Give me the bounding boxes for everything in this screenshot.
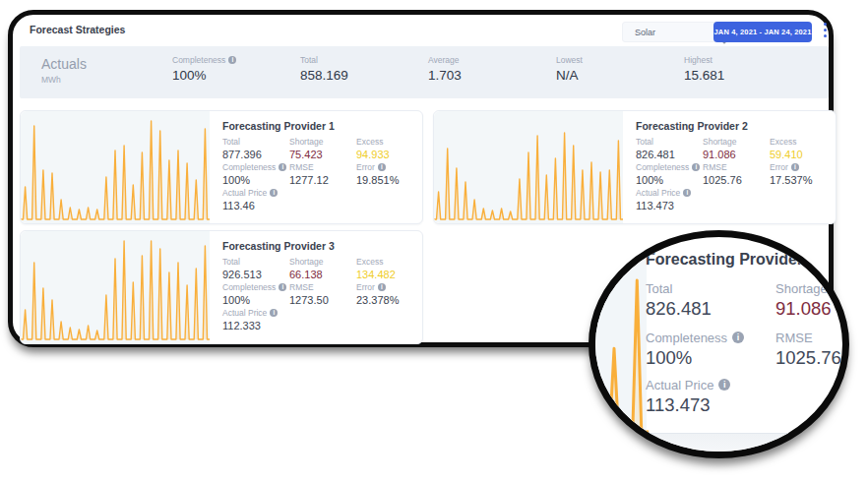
stat-completeness: Completenessi 100%	[222, 282, 286, 306]
dataset-select-value: Solar	[635, 28, 655, 37]
stat-excess: Excess134.482	[356, 257, 396, 280]
stat-completeness: Completenessi 100%	[636, 162, 700, 186]
info-icon[interactable]: i	[692, 163, 700, 171]
stat-shortage: Shortage66.138	[289, 257, 324, 280]
spike-chart	[434, 111, 623, 223]
provider-1-chart	[21, 111, 210, 223]
stat-shortage: Shortage91.086	[703, 137, 737, 160]
card-title: Forecasting Provider 1	[222, 120, 335, 132]
info-icon[interactable]: i	[279, 283, 286, 291]
info-icon[interactable]: i	[718, 379, 730, 391]
metric-highest: Highest 15.681	[684, 55, 724, 83]
info-icon[interactable]: i	[378, 283, 386, 291]
stat-total: Total926.513	[222, 257, 262, 280]
stat-rmse: RMSE1025.76	[703, 162, 742, 186]
provider-card-1[interactable]: Forecasting Provider 1 Total877.396 Shor…	[20, 110, 423, 224]
info-icon[interactable]: i	[732, 331, 744, 343]
card-title: Forecasting Provider 3	[222, 240, 335, 252]
stat-error: Errori 17.537%	[770, 162, 812, 186]
magnified-stat-actual-price: Actual Pricei 113.473	[646, 378, 730, 416]
metric-value: 15.681	[684, 68, 724, 83]
stat-actual-price: Actual Pricei 112.333	[222, 308, 278, 331]
stat-error: Errori 19.851%	[356, 162, 399, 186]
metric-label: Average	[428, 55, 462, 65]
stat-rmse: RMSE1277.12	[289, 162, 329, 186]
magnified-stat-shortage: Shortage91.086	[775, 281, 832, 320]
metric-label: Completeness	[172, 55, 225, 65]
metric-completeness: Completenessi 100%	[172, 55, 236, 83]
metric-value: 100%	[172, 68, 236, 83]
metric-total: Total 858.169	[300, 55, 348, 83]
stat-completeness: Completenessi 100%	[222, 162, 286, 186]
spike-chart	[21, 111, 210, 223]
magnified-stat-rmse: RMSE1025.76	[775, 331, 841, 369]
stat-shortage: Shortage75.423	[289, 137, 324, 160]
magnified-stat-total: Total826.481	[646, 281, 712, 320]
stat-actual-price: Actual Pricei 113.473	[636, 188, 691, 211]
info-icon[interactable]: i	[270, 189, 278, 197]
magnifier-callout: Forecasting Provider 2 Total826.481 Shor…	[589, 230, 849, 458]
metric-lowest: Lowest N/A	[556, 55, 583, 83]
info-icon[interactable]: i	[270, 309, 278, 317]
stat-actual-price: Actual Pricei 113.46	[222, 188, 278, 211]
metric-label: Total	[300, 55, 348, 65]
spike-chart	[21, 231, 210, 343]
info-icon[interactable]: i	[228, 56, 236, 64]
provider-2-chart	[434, 111, 623, 223]
magnified-card-footer	[609, 433, 829, 458]
stat-total: Total877.396	[222, 137, 262, 160]
more-vertical-icon[interactable]	[821, 23, 829, 42]
metric-value: 858.169	[300, 68, 348, 83]
page-title: Forecast Strategies	[30, 24, 125, 35]
provider-3-chart	[21, 231, 210, 343]
stat-rmse: RMSE1273.50	[289, 282, 329, 306]
actuals-summary-bar: Actuals MWh Completenessi 100% Total 858…	[20, 46, 829, 98]
stat-excess: Excess59.410	[770, 137, 803, 160]
stat-error: Errori 23.378%	[356, 282, 399, 306]
info-icon[interactable]: i	[279, 163, 286, 171]
metric-value: 1.703	[428, 68, 462, 83]
provider-card-3[interactable]: Forecasting Provider 3 Total926.513 Shor…	[20, 230, 423, 344]
magnified-stat-completeness: Completenessi 100%	[646, 331, 744, 369]
info-icon[interactable]: i	[378, 163, 386, 171]
actuals-unit: MWh	[41, 75, 61, 85]
metric-average: Average 1.703	[428, 55, 462, 83]
provider-card-2[interactable]: Forecasting Provider 2 Total826.481 Shor…	[433, 110, 837, 224]
info-icon[interactable]: i	[791, 163, 799, 171]
info-icon[interactable]: i	[683, 189, 691, 197]
date-range-label: JAN 4, 2021 - JAN 24, 2021	[714, 28, 812, 36]
magnified-card-title: Forecasting Provider 2	[646, 251, 816, 269]
date-range-button[interactable]: JAN 4, 2021 - JAN 24, 2021	[713, 22, 812, 42]
metric-label: Lowest	[556, 55, 583, 65]
metric-value: N/A	[556, 68, 583, 83]
metric-label: Highest	[684, 55, 724, 65]
stat-total: Total826.481	[636, 137, 675, 160]
actuals-title: Actuals	[41, 56, 87, 72]
card-title: Forecasting Provider 2	[636, 120, 748, 132]
stat-excess: Excess94.933	[356, 137, 390, 160]
